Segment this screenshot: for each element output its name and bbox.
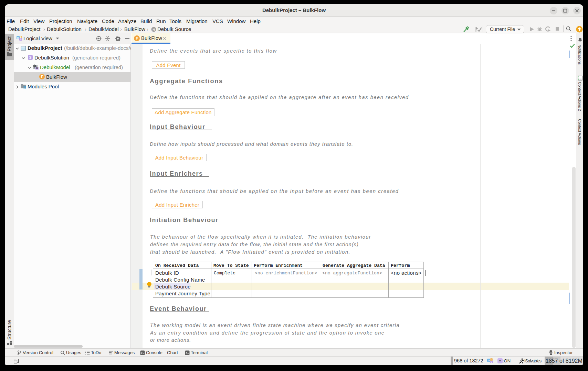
svg-text:D: D (17, 36, 19, 40)
svg-text:F: F (41, 75, 43, 79)
svg-text:S: S (29, 56, 32, 59)
svg-text:M: M (36, 67, 38, 70)
svg-text:S: S (20, 38, 22, 41)
svg-text:N: N (153, 28, 155, 31)
svg-text:S: S (491, 361, 492, 363)
svg-text:L: L (20, 36, 22, 38)
svg-text:D: D (488, 359, 490, 362)
svg-text:L: L (491, 358, 492, 361)
svg-text:F: F (136, 36, 138, 41)
